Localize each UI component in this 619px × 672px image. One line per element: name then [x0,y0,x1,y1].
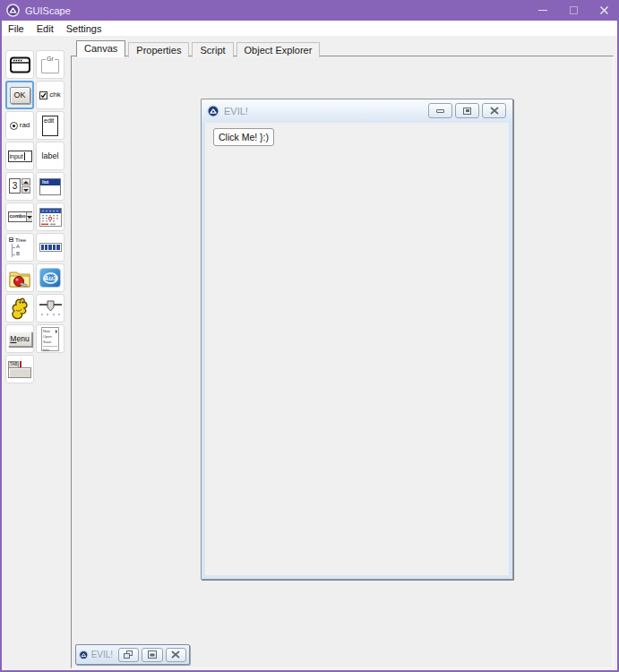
groupbox-label: Gr [46,56,55,62]
slider-icon [39,299,63,317]
tool-list[interactable]: list [36,172,64,201]
minimized-window-evil[interactable]: EVIL! [75,644,190,665]
tree-expand-icon [9,237,13,242]
tool-window[interactable] [5,50,34,79]
tab-control-body [8,367,31,378]
menu-label-rest: enu [16,334,29,343]
checkbox-icon [39,91,47,99]
tool-button-selected[interactable]: OK [5,81,34,109]
tool-edit[interactable]: edit [36,111,64,140]
tool-picture[interactable] [5,294,34,323]
restore-glyph [124,650,133,659]
maximize-button-strip[interactable] [142,648,162,662]
tab-object-explorer[interactable]: Object Explorer [236,42,321,57]
input-label: input [10,153,23,159]
window-controls [528,0,619,21]
close-icon[interactable] [589,0,619,21]
child-close-button[interactable] [482,103,506,118]
tool-icon-picker[interactable] [5,263,34,292]
tree-icon: Tree A B [9,237,26,258]
radio-icon [10,122,18,130]
tree-node-b: B [12,251,26,258]
tool-updown[interactable]: 3 [5,172,34,201]
minimize-glyph [538,10,547,11]
close-glyph [490,107,499,115]
ctx-separator [43,346,57,347]
tool-progress[interactable] [36,233,64,262]
close-button-strip[interactable] [166,648,186,662]
child-window-icon [207,105,219,117]
minimize-glyph [436,109,444,113]
tool-combo[interactable]: combo [5,202,34,231]
tool-groupbox[interactable]: Gr [36,50,64,79]
child-window-titlebar[interactable]: EVIL! [202,99,512,123]
window-icon [9,56,31,74]
submenu-arrow-icon [56,330,57,333]
maximize-glyph [463,108,471,115]
tree-node-a: A [12,244,26,251]
tool-contextmenu[interactable]: New Open Save Info [36,324,64,353]
click-me-button[interactable]: Click Me! }:) [213,128,274,146]
child-minimize-button[interactable] [428,103,452,118]
caret-glyph [24,152,25,160]
maximize-glyph [148,650,157,659]
creature-icon [9,297,30,320]
list-header-label: list [40,179,60,185]
menu-file[interactable]: File [2,22,30,35]
tool-au3[interactable]: Au3 [36,263,64,292]
maximize-glyph [570,6,578,14]
updown-icon: 3 [9,178,30,194]
minimized-window-icon [79,650,89,660]
menu-label-first: M [10,334,16,343]
tool-checkbox[interactable]: chk [36,81,64,109]
tool-radio[interactable]: rad [5,111,34,140]
input-icon: input [8,151,32,162]
combo-icon: combo [8,211,32,222]
child-window-evil[interactable]: EVIL! Click Me! }:) [201,99,513,580]
ctx-item-save: Save [43,340,51,345]
minimize-icon[interactable] [528,0,558,21]
menu-edit[interactable]: Edit [30,22,60,35]
menu-settings[interactable]: Settings [60,22,108,35]
child-window-body[interactable]: Click Me! }:) [205,123,509,575]
ok-button-icon: OK [10,87,30,104]
tab-control-icon: TAB [8,360,31,378]
close-glyph [599,5,609,15]
updown-value: 3 [9,178,21,194]
spin-up-icon [21,178,30,185]
contextmenu-icon: New Open Save Info [41,327,59,351]
tool-slider[interactable] [36,294,64,323]
calendar-icon [39,208,62,227]
tab-script[interactable]: Script [192,42,233,57]
menubar: File Edit Settings [2,21,617,36]
combo-label: combo [9,214,26,220]
child-maximize-button[interactable] [455,103,479,118]
child-window-title: EVIL! [224,106,248,116]
edit-icon: edit [42,116,58,136]
ctx-item-info: Info [43,348,49,353]
child-window-controls [428,103,506,118]
menu-icon: Menu [8,332,32,347]
radio-label: rad [20,122,30,129]
tool-tree[interactable]: Tree A B [5,233,34,262]
combo-dropdown-icon [26,212,32,221]
minimized-window-title: EVIL! [91,650,113,659]
maximize-icon[interactable] [558,0,589,21]
au3-file-icon: Au3 [39,268,61,288]
tool-menu[interactable]: Menu [5,324,34,353]
folder-icon [8,268,31,289]
tab-properties[interactable]: Properties [128,42,189,57]
groupbox-icon: Gr [41,59,59,73]
tree-label: Tree [15,237,26,243]
restore-button[interactable] [118,648,139,662]
tab-bar: Canvas Properties Script Object Explorer [76,40,322,57]
tool-input[interactable]: input [5,142,34,170]
au3-label: Au3 [43,274,56,282]
tool-date[interactable] [36,202,64,231]
tool-tab[interactable]: TAB [5,355,34,383]
tab-canvas[interactable]: Canvas [76,40,125,57]
tab-accent-mark [20,361,21,367]
close-glyph [171,650,180,659]
tool-label[interactable]: label [36,142,64,170]
list-icon: list [39,178,61,195]
